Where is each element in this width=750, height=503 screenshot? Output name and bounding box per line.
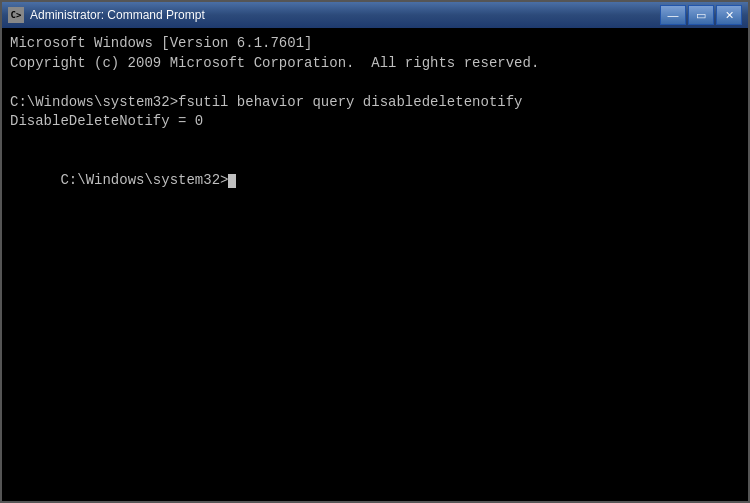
terminal-line-5: DisableDeleteNotify = 0 xyxy=(10,112,740,132)
terminal-body[interactable]: Microsoft Windows [Version 6.1.7601] Cop… xyxy=(2,28,748,501)
terminal-prompt-line: C:\Windows\system32> xyxy=(10,152,740,211)
terminal-line-4: C:\Windows\system32>fsutil behavior quer… xyxy=(10,93,740,113)
close-button[interactable]: ✕ xyxy=(716,5,742,25)
terminal-prompt-text: C:\Windows\system32> xyxy=(60,172,228,188)
window-controls: — ▭ ✕ xyxy=(660,5,742,25)
minimize-icon: — xyxy=(668,9,679,21)
close-icon: ✕ xyxy=(725,9,734,22)
terminal-blank-1 xyxy=(10,73,740,93)
terminal-cursor xyxy=(228,174,236,188)
minimize-button[interactable]: — xyxy=(660,5,686,25)
maximize-icon: ▭ xyxy=(696,9,706,22)
title-bar-text: Administrator: Command Prompt xyxy=(30,8,660,22)
terminal-line-2: Copyright (c) 2009 Microsoft Corporation… xyxy=(10,54,740,74)
maximize-button[interactable]: ▭ xyxy=(688,5,714,25)
title-bar: C> Administrator: Command Prompt — ▭ ✕ xyxy=(2,2,748,28)
command-prompt-window: C> Administrator: Command Prompt — ▭ ✕ M… xyxy=(0,0,750,503)
terminal-line-1: Microsoft Windows [Version 6.1.7601] xyxy=(10,34,740,54)
terminal-blank-2 xyxy=(10,132,740,152)
window-icon: C> xyxy=(8,7,24,23)
